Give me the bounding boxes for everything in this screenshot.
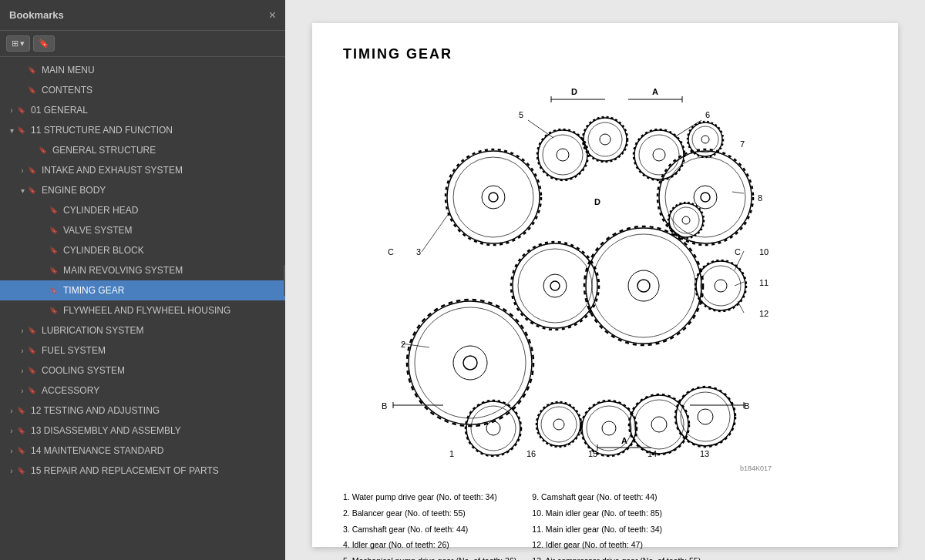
sidebar-item-label: FLYWHEEL AND FLYWHEEL HOUSING [63,305,282,316]
sidebar-item-intake-exhaust[interactable]: ›🔖INTAKE AND EXHAUST SYSTEM [0,160,285,180]
toolbar-bookmark-btn[interactable]: 🔖 [33,35,55,52]
sidebar-item-label: 12 TESTING AND ADJUSTING [31,405,282,416]
bookmark-icon: 🔖 [17,427,28,434]
page-content: TIMING GEAR D A 5 6 7 [312,23,898,547]
sidebar-item-timing-gear[interactable]: 🔖TIMING GEAR [0,280,285,300]
sidebar-item-label: ENGINE BODY [42,185,282,196]
svg-text:16: 16 [526,449,536,458]
sidebar-item-label: 15 REPAIR AND REPLACEMENT OF PARTS [31,465,282,476]
sidebar-item-main-menu[interactable]: 🔖MAIN MENU [0,60,285,80]
bookmark-icon: 🔖 [17,126,28,134]
sidebar-item-14-maintenance[interactable]: ›🔖14 MAINTENANCE STANDARD [0,441,285,461]
close-button[interactable]: × [269,9,276,22]
sidebar-item-15-repair[interactable]: ›🔖15 REPAIR AND REPLACEMENT OF PARTS [0,461,285,481]
legend-left: 1. Water pump drive gear (No. of teeth: … [343,491,516,560]
svg-text:b184K017: b184K017 [740,464,772,472]
svg-text:D: D [594,197,600,206]
sidebar-item-13-disassembly[interactable]: ›🔖13 DISASSEMBLY AND ASSEMBLY [0,421,285,441]
sidebar-item-lubrication[interactable]: ›🔖LUBRICATION SYSTEM [0,320,285,340]
svg-text:B: B [382,401,387,411]
toolbar-view-btn[interactable]: ⊞ ▾ [6,35,30,52]
svg-text:7: 7 [740,139,745,149]
bookmark-icon: 🔖 [28,186,39,194]
sidebar-item-01-general[interactable]: ›🔖01 GENERAL [0,100,285,120]
collapse-handle[interactable]: ❮ [284,265,285,296]
sidebar: Bookmarks × ⊞ ▾ 🔖 🔖MAIN MENU🔖CONTENTS›🔖0… [0,0,285,560]
legend-item: 1. Water pump drive gear (No. of teeth: … [343,491,516,504]
sidebar-item-main-revolving[interactable]: 🔖MAIN REVOLVING SYSTEM [0,260,285,280]
sidebar-item-label: CYLINDER BLOCK [63,245,282,256]
sidebar-item-cylinder-block[interactable]: 🔖CYLINDER BLOCK [0,240,285,260]
sidebar-title: Bookmarks [9,9,64,21]
bookmark-icon: 🔖 [49,206,60,214]
sidebar-item-label: 14 MAINTENANCE STANDARD [31,445,282,456]
svg-text:12: 12 [759,309,769,318]
legend-item: 11. Main idler gear (No. of teeth: 34) [532,523,701,536]
expand-icon: › [17,166,28,175]
expand-icon: › [17,367,28,375]
legend-item: 13. Air compressor drive gear (No. of te… [532,555,701,560]
svg-text:C: C [735,247,741,257]
bookmark-icon: 🔖 [39,39,49,49]
main-content: TIMING GEAR D A 5 6 7 [285,0,925,560]
svg-text:A: A [621,436,627,445]
svg-text:A: A [652,87,658,96]
legend-item: 12. Idler gear (No. of teeth: 47) [532,538,701,552]
page-title: TIMING GEAR [343,46,867,62]
bookmark-icon: 🔖 [28,66,39,74]
sidebar-item-label: COOLING SYSTEM [42,365,282,376]
expand-icon: ▾ [17,186,28,195]
svg-text:1: 1 [449,449,454,458]
svg-text:8: 8 [758,193,762,203]
sidebar-item-12-testing[interactable]: ›🔖12 TESTING AND ADJUSTING [0,401,285,421]
svg-text:2: 2 [401,340,405,349]
bookmark-icon: 🔖 [49,226,60,234]
sidebar-item-label: MAIN REVOLVING SYSTEM [63,265,282,276]
legend-item: 4. Idler gear (No. of teeth: 26) [343,538,516,552]
diagram-container: D A 5 6 7 8 10 11 12 3 2 C C [343,78,867,478]
sidebar-item-11-structure[interactable]: ▾🔖11 STRUCTURE AND FUNCTION [0,120,285,140]
bookmark-icon: 🔖 [28,327,39,334]
sidebar-item-engine-body[interactable]: ▾🔖ENGINE BODY [0,180,285,200]
sidebar-header: Bookmarks × [0,0,285,31]
sidebar-tree[interactable]: 🔖MAIN MENU🔖CONTENTS›🔖01 GENERAL▾🔖11 STRU… [0,57,285,560]
svg-rect-0 [351,78,859,478]
expand-icon: › [17,387,28,395]
svg-text:D: D [571,87,577,96]
expand-icon: › [6,427,17,435]
sidebar-item-general-structure[interactable]: 🔖GENERAL STRUCTURE [0,140,285,160]
bookmark-icon: 🔖 [17,407,28,414]
bookmark-icon: 🔖 [17,447,28,454]
sidebar-item-flywheel[interactable]: 🔖FLYWHEEL AND FLYWHEEL HOUSING [0,300,285,320]
svg-text:11: 11 [759,278,769,287]
sidebar-item-label: CYLINDER HEAD [63,205,282,216]
expand-icon: › [6,447,17,455]
sidebar-item-label: FUEL SYSTEM [42,345,282,356]
bookmark-icon: 🔖 [28,166,39,174]
bookmark-icon: 🔖 [49,267,60,274]
sidebar-item-fuel-system[interactable]: ›🔖FUEL SYSTEM [0,340,285,360]
legend-item: 9. Camshaft gear (No. of teeth: 44) [532,491,701,504]
expand-icon: › [6,467,17,475]
bookmark-icon: 🔖 [49,246,60,254]
sidebar-item-label: 11 STRUCTURE AND FUNCTION [31,125,282,136]
sidebar-item-contents[interactable]: 🔖CONTENTS [0,80,285,100]
legend-item: 3. Camshaft gear (No. of teeth: 44) [343,523,516,536]
bookmark-icon: 🔖 [28,367,39,374]
legend-container: 1. Water pump drive gear (No. of teeth: … [343,491,867,560]
bookmark-icon: 🔖 [49,307,60,314]
sidebar-item-label: ACCESSORY [42,385,282,396]
sidebar-item-cylinder-head[interactable]: 🔖CYLINDER HEAD [0,200,285,220]
svg-text:13: 13 [700,449,709,458]
legend-item: 10. Main idler gear (No. of teeth: 85) [532,507,701,520]
bookmark-icon: 🔖 [28,347,39,354]
svg-text:3: 3 [416,247,421,257]
svg-text:6: 6 [705,110,710,119]
sidebar-item-label: LUBRICATION SYSTEM [42,325,282,336]
sidebar-item-valve-system[interactable]: 🔖VALVE SYSTEM [0,220,285,240]
sidebar-item-label: CONTENTS [42,85,282,96]
sidebar-item-accessory[interactable]: ›🔖ACCESSORY [0,381,285,401]
sidebar-item-cooling-system[interactable]: ›🔖COOLING SYSTEM [0,360,285,381]
sidebar-toolbar: ⊞ ▾ 🔖 [0,31,285,57]
sidebar-item-label: MAIN MENU [42,65,282,75]
